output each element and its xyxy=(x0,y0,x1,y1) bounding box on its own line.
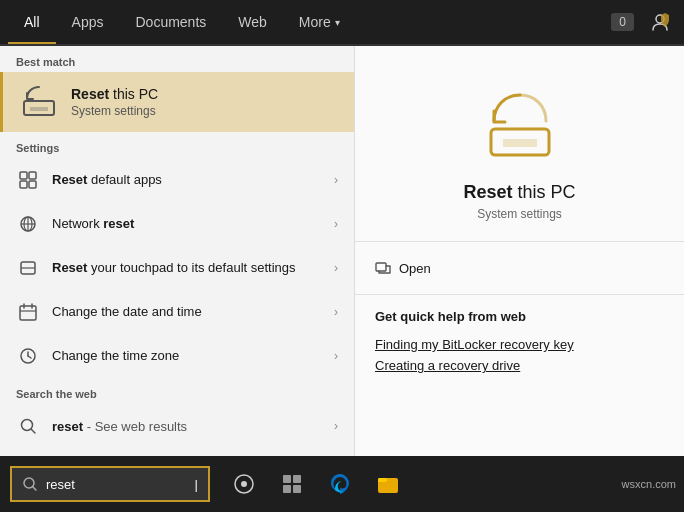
chevron-down-icon: ▾ xyxy=(335,17,340,28)
svg-rect-3 xyxy=(20,172,27,179)
reset-pc-icon xyxy=(19,82,59,122)
quick-help-title: Get quick help from web xyxy=(375,309,664,324)
svg-rect-5 xyxy=(20,181,27,188)
list-item[interactable]: Network reset › xyxy=(0,202,354,246)
clock-icon xyxy=(16,344,40,368)
svg-rect-4 xyxy=(29,172,36,179)
main-content: Best match Reset this PC System settings… xyxy=(0,46,684,456)
svg-rect-34 xyxy=(378,478,387,482)
list-item-text: Reset your touchpad to its default setti… xyxy=(52,260,334,277)
quick-help-link-1[interactable]: Finding my BitLocker recovery key xyxy=(375,334,664,355)
nav-profile-icon[interactable] xyxy=(644,6,676,38)
folders-section: Folders (1+) xyxy=(0,448,354,456)
svg-rect-30 xyxy=(293,475,301,483)
svg-rect-24 xyxy=(376,263,386,271)
open-button[interactable]: Open xyxy=(375,252,664,284)
chevron-right-icon: › xyxy=(334,217,338,231)
svg-line-19 xyxy=(28,356,31,358)
best-match-title: Reset this PC xyxy=(71,86,158,102)
folders-label: Folders (1+) xyxy=(0,448,354,456)
chevron-right-icon: › xyxy=(334,261,338,275)
nav-web[interactable]: Web xyxy=(222,0,283,44)
network-icon xyxy=(16,212,40,236)
list-item-text: Network reset xyxy=(52,216,334,233)
hero-subtitle: System settings xyxy=(477,207,562,221)
list-item-text: Reset default apps xyxy=(52,172,334,189)
svg-rect-13 xyxy=(20,306,36,320)
list-item[interactable]: Reset default apps › xyxy=(0,158,354,202)
list-item-text: Change the date and time xyxy=(52,304,334,321)
nav-apps[interactable]: Apps xyxy=(56,0,120,44)
taskview-icon[interactable] xyxy=(224,464,264,504)
web-item-text: reset - See web results xyxy=(52,419,334,434)
right-hero: Reset this PC System settings xyxy=(355,46,684,241)
best-match-subtitle: System settings xyxy=(71,104,158,118)
taskbar: reset | xyxy=(0,456,684,512)
best-match-item[interactable]: Reset this PC System settings xyxy=(0,72,354,132)
edge-icon[interactable] xyxy=(320,464,360,504)
right-actions: Open xyxy=(355,241,684,294)
chevron-right-icon: › xyxy=(334,419,338,433)
search-input-value: reset xyxy=(46,477,195,492)
web-search-item[interactable]: reset - See web results › xyxy=(0,404,354,448)
hero-reset-icon xyxy=(480,86,560,166)
svg-rect-2 xyxy=(30,107,48,111)
calendar-icon xyxy=(16,300,40,324)
nav-documents[interactable]: Documents xyxy=(119,0,222,44)
svg-rect-31 xyxy=(283,485,291,493)
svg-rect-6 xyxy=(29,181,36,188)
watermark: wsxcn.com xyxy=(622,478,676,490)
web-search-label: Search the web xyxy=(0,378,354,404)
nav-badge: 0 xyxy=(611,13,634,31)
svg-rect-29 xyxy=(283,475,291,483)
search-web-icon xyxy=(16,414,40,438)
cursor: | xyxy=(195,477,198,492)
nav-all-label: All xyxy=(24,14,40,30)
right-panel: Reset this PC System settings Open Get q… xyxy=(354,46,684,456)
svg-line-26 xyxy=(33,487,37,491)
quick-help-link-2[interactable]: Creating a recovery drive xyxy=(375,355,664,376)
touchpad-icon xyxy=(16,256,40,280)
list-item[interactable]: Change the date and time › xyxy=(0,290,354,334)
nav-apps-label: Apps xyxy=(72,14,104,30)
nav-more-label: More xyxy=(299,14,331,30)
apps-icon xyxy=(16,168,40,192)
svg-rect-23 xyxy=(503,139,537,147)
svg-rect-32 xyxy=(293,485,301,493)
settings-label: Settings xyxy=(0,132,354,158)
nav-more[interactable]: More ▾ xyxy=(283,0,356,44)
left-panel: Best match Reset this PC System settings… xyxy=(0,46,354,456)
open-icon xyxy=(375,260,391,276)
nav-web-label: Web xyxy=(238,14,267,30)
svg-point-28 xyxy=(241,481,247,487)
chevron-right-icon: › xyxy=(334,349,338,363)
settings-items: Reset default apps › Network reset › xyxy=(0,158,354,378)
quick-help: Get quick help from web Finding my BitLo… xyxy=(355,294,684,390)
chevron-right-icon: › xyxy=(334,173,338,187)
taskbar-icons xyxy=(224,464,408,504)
nav-all[interactable]: All xyxy=(8,0,56,44)
list-item[interactable]: Reset your touchpad to its default setti… xyxy=(0,246,354,290)
list-item-text: Change the time zone xyxy=(52,348,334,365)
search-box[interactable]: reset | xyxy=(10,466,210,502)
svg-line-21 xyxy=(31,429,35,433)
top-nav: All Apps Documents Web More ▾ 0 xyxy=(0,0,684,46)
list-item[interactable]: Change the time zone › xyxy=(0,334,354,378)
best-match-text: Reset this PC System settings xyxy=(71,86,158,118)
file-explorer-icon[interactable] xyxy=(368,464,408,504)
chevron-right-icon: › xyxy=(334,305,338,319)
search-icon xyxy=(22,476,38,492)
open-label: Open xyxy=(399,261,431,276)
nav-right: 0 xyxy=(611,6,676,38)
nav-documents-label: Documents xyxy=(135,14,206,30)
best-match-label: Best match xyxy=(0,46,354,72)
task-icon[interactable] xyxy=(272,464,312,504)
hero-title: Reset this PC xyxy=(463,182,575,203)
